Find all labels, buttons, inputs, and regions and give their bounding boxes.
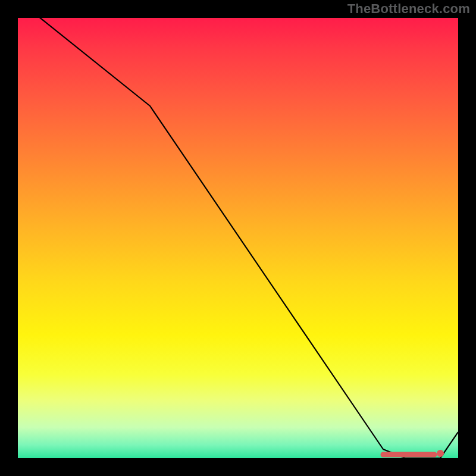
optimal-point-dot: [437, 450, 444, 457]
chart-frame: TheBottleneck.com: [0, 0, 476, 476]
bottleneck-curve: [18, 18, 458, 458]
plot-area: [18, 18, 458, 458]
attribution-label: TheBottleneck.com: [347, 1, 470, 17]
line-chart-svg: [18, 18, 458, 458]
